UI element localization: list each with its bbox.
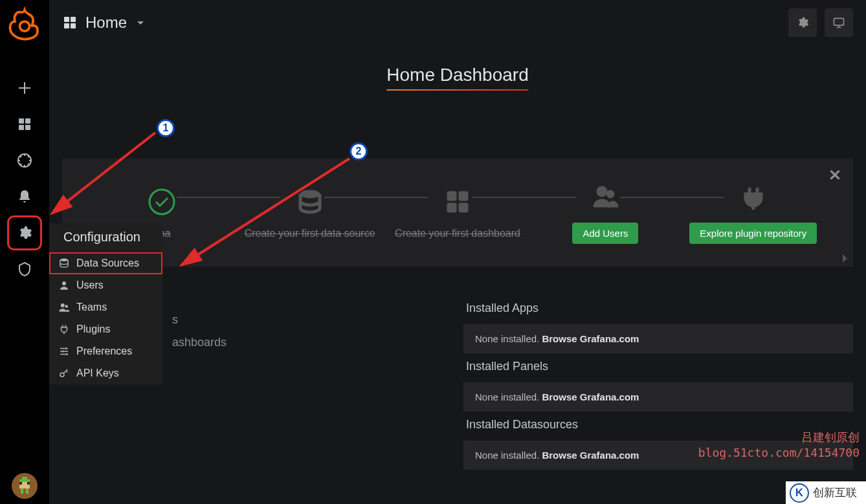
dashboards-icon[interactable] bbox=[12, 111, 38, 137]
section-title: Installed Apps bbox=[466, 301, 853, 315]
svg-rect-4 bbox=[25, 125, 30, 130]
close-icon[interactable]: ✕ bbox=[828, 166, 841, 184]
dashboard-settings-button[interactable] bbox=[788, 8, 817, 37]
step-plugins: Explore plugin repository bbox=[680, 181, 827, 244]
explore-plugins-button[interactable]: Explore plugin repository bbox=[689, 223, 817, 244]
svg-rect-17 bbox=[64, 23, 69, 28]
svg-point-34 bbox=[66, 353, 68, 355]
svg-point-33 bbox=[62, 351, 64, 353]
flyout-label: Users bbox=[76, 279, 104, 291]
svg-point-20 bbox=[150, 190, 174, 214]
user-icon bbox=[58, 279, 70, 291]
svg-point-35 bbox=[60, 373, 64, 377]
tiles-icon bbox=[442, 186, 473, 217]
svg-point-31 bbox=[65, 305, 69, 308]
check-circle-icon bbox=[146, 186, 177, 217]
flyout-label: Data Sources bbox=[76, 257, 139, 269]
key-icon bbox=[58, 367, 70, 379]
page-title: Home Dashboard bbox=[386, 65, 528, 89]
svg-rect-9 bbox=[27, 482, 30, 485]
brand-icon: K bbox=[790, 483, 809, 503]
watermark-brand: K 创新互联 bbox=[786, 481, 866, 504]
annotation-marker-2: 2 bbox=[350, 142, 368, 160]
flyout-label: Preferences bbox=[76, 345, 132, 357]
watermark-text: 吕建钊原创 blog.51cto.com/14154700 bbox=[698, 430, 860, 460]
resize-handle-icon[interactable]: ◢ bbox=[837, 253, 847, 263]
svg-rect-7 bbox=[19, 479, 30, 482]
svg-rect-12 bbox=[18, 488, 31, 494]
step-users: Add Users bbox=[531, 181, 679, 244]
browse-link[interactable]: Browse Grafana.com bbox=[542, 391, 639, 402]
step-dashboard[interactable]: Create your first dashboard bbox=[384, 186, 531, 239]
svg-rect-16 bbox=[71, 17, 76, 22]
configuration-icon[interactable] bbox=[12, 220, 38, 246]
configuration-flyout: Configuration Data Sources Users Teams P… bbox=[49, 223, 162, 384]
flyout-label: API Keys bbox=[76, 367, 119, 379]
plug-icon bbox=[58, 323, 70, 335]
svg-rect-15 bbox=[64, 17, 69, 22]
sliders-icon bbox=[58, 345, 70, 357]
breadcrumb[interactable]: Home bbox=[62, 14, 144, 32]
flyout-item-preferences[interactable]: Preferences bbox=[49, 340, 162, 362]
installed-panels-box: None installed. Browse Grafana.com bbox=[463, 382, 853, 411]
annotation-marker-1: 1 bbox=[157, 119, 175, 137]
navbar: Home bbox=[49, 0, 866, 45]
svg-rect-8 bbox=[19, 482, 22, 485]
sidebar bbox=[0, 0, 49, 504]
svg-point-28 bbox=[60, 259, 68, 262]
users-icon bbox=[58, 301, 70, 313]
svg-rect-13 bbox=[21, 488, 23, 494]
svg-point-0 bbox=[20, 21, 30, 31]
svg-point-26 bbox=[597, 186, 607, 197]
step-label: Create your first data source bbox=[245, 228, 375, 239]
svg-rect-11 bbox=[19, 485, 30, 488]
svg-point-27 bbox=[606, 190, 614, 198]
flyout-item-apikeys[interactable]: API Keys bbox=[49, 362, 162, 384]
database-icon bbox=[58, 257, 70, 269]
flyout-item-datasources[interactable]: Data Sources bbox=[49, 252, 162, 274]
svg-rect-3 bbox=[19, 125, 24, 130]
svg-point-29 bbox=[62, 281, 66, 285]
svg-rect-18 bbox=[71, 23, 76, 28]
svg-rect-19 bbox=[834, 18, 844, 25]
svg-rect-25 bbox=[459, 203, 468, 212]
add-users-button[interactable]: Add Users bbox=[572, 223, 638, 244]
svg-point-32 bbox=[65, 347, 67, 349]
users-icon bbox=[590, 181, 621, 212]
flyout-item-users[interactable]: Users bbox=[49, 274, 162, 296]
svg-rect-1 bbox=[19, 118, 24, 124]
svg-point-30 bbox=[61, 303, 65, 307]
partial-text: ashboards bbox=[172, 336, 452, 349]
section-title: Installed Panels bbox=[466, 360, 853, 373]
partial-text: s bbox=[172, 313, 452, 327]
flyout-label: Teams bbox=[76, 301, 107, 313]
svg-rect-2 bbox=[25, 118, 30, 124]
flyout-label: Plugins bbox=[76, 323, 110, 335]
flyout-item-plugins[interactable]: Plugins bbox=[49, 318, 162, 340]
svg-rect-14 bbox=[26, 488, 28, 494]
flyout-title: Configuration bbox=[49, 223, 162, 252]
plug-icon bbox=[738, 181, 769, 212]
installed-apps-box: None installed. Browse Grafana.com bbox=[463, 324, 853, 353]
svg-rect-23 bbox=[459, 192, 468, 201]
explore-icon[interactable] bbox=[12, 148, 38, 173]
nav-title: Home bbox=[85, 14, 127, 32]
browse-link[interactable]: Browse Grafana.com bbox=[542, 333, 639, 344]
alerting-icon[interactable] bbox=[12, 184, 38, 210]
tiles-icon bbox=[62, 15, 78, 30]
create-icon[interactable] bbox=[12, 75, 38, 101]
step-datasource[interactable]: Create your first data source bbox=[236, 186, 383, 239]
grafana-logo[interactable] bbox=[5, 5, 44, 44]
database-icon bbox=[294, 186, 326, 217]
svg-rect-6 bbox=[22, 477, 27, 479]
server-admin-icon[interactable] bbox=[12, 256, 38, 282]
svg-rect-10 bbox=[22, 482, 27, 485]
flyout-item-teams[interactable]: Teams bbox=[49, 296, 162, 318]
getting-started-panel: ✕ ana Create your first data source bbox=[62, 159, 853, 267]
user-avatar[interactable] bbox=[12, 473, 38, 499]
cycle-view-button[interactable] bbox=[825, 8, 853, 37]
svg-point-21 bbox=[300, 190, 320, 198]
chevron-down-icon bbox=[137, 21, 144, 25]
svg-rect-24 bbox=[447, 203, 456, 212]
browse-link[interactable]: Browse Grafana.com bbox=[542, 450, 639, 461]
